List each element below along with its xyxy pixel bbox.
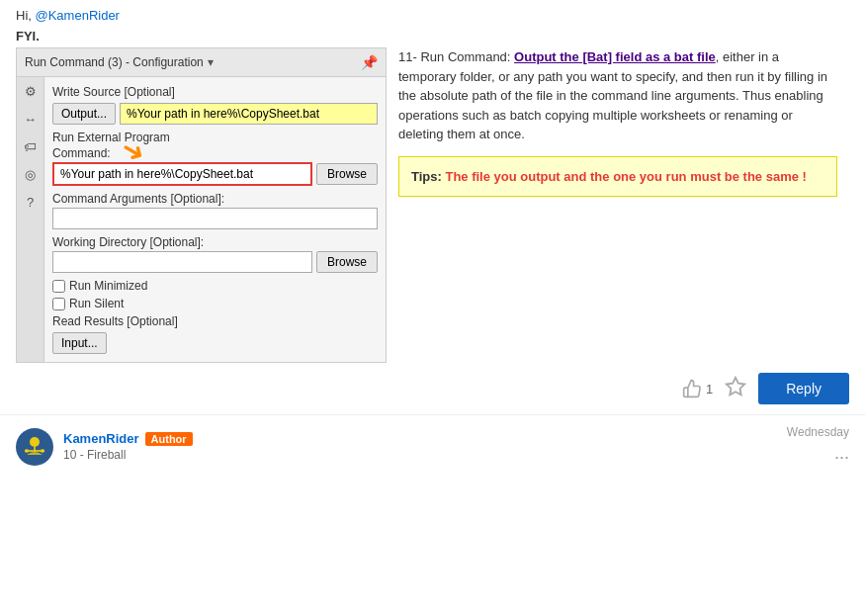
avatar-image [17,429,52,465]
read-results-label: Read Results [Optional] [52,314,378,328]
tag-icon[interactable]: 🏷 [21,136,41,156]
username-link[interactable]: @KamenRider [36,8,120,23]
content-text: 11- Run Command: Output the [Bat] field … [398,47,837,197]
svg-point-6 [41,449,44,453]
svg-point-5 [25,449,29,453]
right-actions: Wednesday ··· [787,425,849,468]
command-browse-button[interactable]: Browse [316,163,378,185]
star-button[interactable] [725,376,746,402]
user-name[interactable]: KamenRider [63,431,139,446]
fyi-text: FYI. [0,27,865,47]
like-button[interactable]: 1 [682,379,713,398]
pin-icon[interactable]: 📌 [361,54,378,70]
tip-text: The file you output and the one you run … [442,169,807,184]
run-minimized-label: Run Minimized [69,279,147,293]
like-count: 1 [706,382,713,396]
tip-box: Tips: The file you output and the one yo… [398,156,837,198]
config-title-text: Run Command (3) - Configuration [25,55,204,69]
run-silent-row: Run Silent [52,297,378,310]
working-dir-label: Working Directory [Optional]: [52,235,378,249]
input-button[interactable]: Input... [52,332,107,354]
run-minimized-checkbox[interactable] [52,280,65,293]
circle-icon[interactable]: ◎ [21,164,41,184]
thumbsup-icon [682,379,702,398]
star-icon [725,376,746,397]
run-silent-label: Run Silent [69,297,124,310]
command-row: ➜ Browse [52,162,378,186]
output-button[interactable]: Output... [52,103,116,125]
question-icon[interactable]: ? [21,192,41,212]
icons-sidebar: ⚙ ↔ 🏷 ◎ ? [17,77,44,362]
chevron-down-icon[interactable]: ▾ [208,55,214,69]
gear-icon[interactable]: ⚙ [21,81,41,101]
command-args-input[interactable] [52,208,378,229]
command-label: Command: [52,146,378,160]
greeting-text: Hi, [16,8,36,23]
write-source-input[interactable] [120,103,378,125]
avatar [16,428,53,466]
more-button[interactable]: ··· [834,447,849,468]
author-badge: Author [145,432,193,446]
write-source-label: Write Source [Optional] [52,85,378,99]
tip-label: Tips: [411,169,442,184]
user-section: KamenRider Author 10 - Fireball Wednesda… [0,414,865,478]
run-external-label: Run External Program [52,131,378,144]
main-content: Run Command (3) - Configuration ▾ 📌 ⚙ ↔ … [0,47,865,363]
right-panel: 11- Run Command: Output the [Bat] field … [387,47,849,363]
step-text-prefix: Run Command: [420,49,514,64]
working-dir-browse-button[interactable]: Browse [316,251,378,273]
config-title: Run Command (3) - Configuration ▾ [25,55,214,69]
command-args-label: Command Arguments [Optional]: [52,192,378,206]
user-name-row: KamenRider Author [63,431,193,446]
config-form: Write Source [Optional] Output... Run Ex… [44,77,386,362]
write-source-row: Output... [52,103,378,125]
left-panel: Run Command (3) - Configuration ▾ 📌 ⚙ ↔ … [16,47,387,363]
timestamp: Wednesday [787,425,849,439]
action-bar: 1 Reply [0,363,865,414]
working-dir-row: Browse [52,251,378,273]
run-silent-checkbox[interactable] [52,298,65,310]
svg-marker-0 [727,377,744,394]
config-body: ⚙ ↔ 🏷 ◎ ? Write Source [Optional] Output… [17,77,386,362]
step-number: 11- [398,49,417,64]
command-input[interactable] [52,162,312,186]
step-highlight: Output the [Bat] field as a bat file [514,49,716,64]
working-dir-input[interactable] [52,251,312,273]
user-rank: 10 - Fireball [63,448,193,462]
svg-point-2 [30,437,40,447]
user-details: KamenRider Author 10 - Fireball [63,431,193,462]
reply-button[interactable]: Reply [758,373,849,404]
greeting-bar: Hi, @KamenRider [0,0,865,27]
arrows-icon[interactable]: ↔ [21,109,41,129]
run-minimized-row: Run Minimized [52,279,378,293]
user-info: KamenRider Author 10 - Fireball [16,428,193,466]
config-header: Run Command (3) - Configuration ▾ 📌 [17,48,386,77]
